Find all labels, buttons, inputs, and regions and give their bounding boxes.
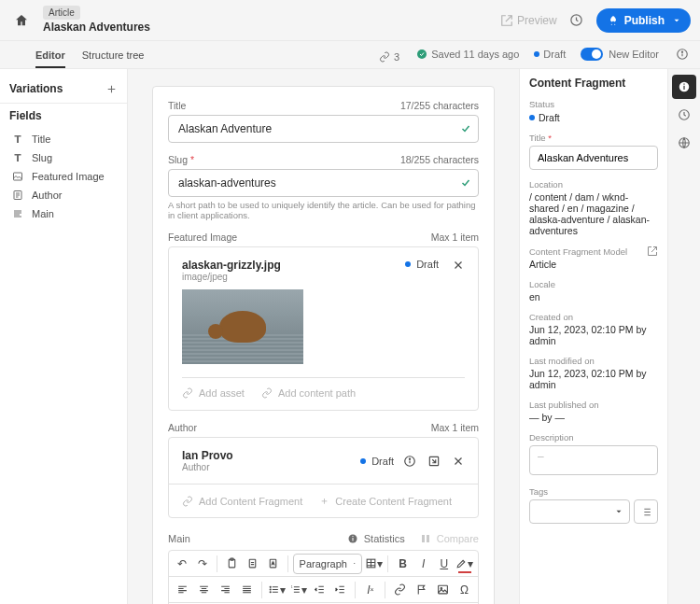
align-center-button[interactable]	[194, 580, 214, 600]
title-input[interactable]	[168, 115, 479, 143]
paragraph-format-select[interactable]: Paragraph	[293, 554, 363, 574]
outdent-button[interactable]	[310, 580, 329, 600]
align-left-button[interactable]	[173, 580, 192, 600]
open-model-button[interactable]	[647, 246, 658, 257]
new-editor-toggle[interactable]	[581, 48, 603, 61]
save-status: Saved 11 days ago Draft New Editor	[416, 46, 691, 68]
author-info-button[interactable]	[403, 455, 416, 468]
status-dot	[529, 115, 535, 120]
author-open-button[interactable]	[427, 455, 441, 468]
publish-button[interactable]: Publish	[596, 8, 691, 33]
variations-label: Variations	[9, 82, 63, 95]
slug-input[interactable]	[168, 169, 479, 197]
references-button[interactable]: 3	[379, 51, 399, 68]
add-asset-button[interactable]: Add asset	[182, 387, 245, 399]
home-button[interactable]	[7, 7, 35, 35]
undo-button[interactable]: ↶	[173, 554, 191, 574]
asset-mimetype: image/jpeg	[182, 272, 405, 282]
text-color-button[interactable]: ▾	[455, 554, 474, 574]
statistics-button[interactable]: Statistics	[347, 533, 405, 544]
rail-history-button[interactable]	[672, 103, 696, 127]
bullet-list-button[interactable]: ▾	[267, 580, 287, 600]
tags-select[interactable]	[529, 499, 630, 524]
asset-thumbnail[interactable]	[182, 289, 303, 364]
remove-asset-button[interactable]	[452, 259, 465, 272]
number-list-button[interactable]: 1▾	[288, 580, 308, 600]
table-button[interactable]: ▾	[364, 554, 383, 574]
preview-button[interactable]: Preview	[500, 14, 557, 27]
field-nav-featured-image[interactable]: Featured Image	[0, 167, 127, 186]
paste-word-button[interactable]	[263, 554, 282, 574]
link-button[interactable]	[390, 580, 410, 600]
info-icon	[678, 80, 691, 93]
char-counter: 17/255 characters	[400, 100, 479, 111]
chevron-down-icon	[614, 507, 623, 516]
properties-heading: Content Fragment	[529, 77, 658, 90]
tab-row: Editor Structure tree 3 Saved 11 days ag…	[0, 41, 700, 69]
svg-rect-27	[683, 84, 684, 85]
tab-editor[interactable]: Editor	[35, 49, 65, 68]
link-icon	[182, 387, 193, 399]
underline-button[interactable]: U	[435, 554, 454, 574]
redo-button[interactable]: ↷	[193, 554, 212, 574]
align-left-icon	[176, 583, 189, 596]
prop-value-created: Jun 12, 2023, 02:10 PM by admin	[529, 324, 658, 346]
create-content-fragment-button[interactable]: ＋ Create Content Fragment	[319, 494, 452, 508]
align-right-button[interactable]	[216, 580, 235, 600]
paste-button[interactable]	[222, 554, 241, 574]
paragraph-icon	[11, 208, 24, 219]
field-nav-label: Main	[32, 208, 54, 219]
anchor-button[interactable]	[412, 580, 431, 600]
preview-label: Preview	[517, 14, 557, 27]
add-variation-button[interactable]	[105, 83, 118, 95]
chevron-down-icon	[672, 16, 681, 25]
prop-input-description[interactable]: —	[529, 445, 658, 475]
field-nav-author[interactable]: Author	[0, 186, 127, 204]
author-remove-button[interactable]	[452, 455, 465, 468]
svg-point-7	[409, 458, 410, 459]
field-author: Author Max 1 item Ian Provo Author Draft	[168, 422, 479, 518]
prop-value-modified: Jun 12, 2023, 02:10 PM by admin	[529, 368, 658, 390]
asset-status: Draft	[416, 259, 439, 270]
bold-button[interactable]: B	[393, 554, 412, 574]
align-right-icon	[219, 583, 231, 596]
author-status: Draft	[371, 456, 394, 467]
tab-structure-tree[interactable]: Structure tree	[82, 49, 145, 68]
field-nav-slug[interactable]: Slug	[0, 148, 127, 167]
rail-languages-button[interactable]	[672, 131, 696, 155]
check-circle-icon	[416, 49, 427, 60]
ghost-label: Create Content Fragment	[335, 496, 452, 507]
rte-toolbar: ↶ ↷ Paragraph ▾ B I	[169, 551, 478, 604]
content-type-pill: Article	[43, 6, 80, 20]
field-nav-label: Slug	[32, 152, 52, 163]
field-nav-main[interactable]: Main	[0, 204, 127, 223]
paste-text-button[interactable]	[243, 554, 261, 574]
insert-asset-button[interactable]	[433, 580, 453, 600]
prop-input-title[interactable]	[529, 146, 658, 170]
field-nav-title[interactable]: Title	[0, 130, 127, 148]
info-button[interactable]	[674, 46, 691, 63]
align-center-icon	[198, 583, 210, 596]
tags-browse-button[interactable]	[634, 499, 658, 524]
right-rail	[667, 69, 700, 604]
add-content-path-button[interactable]: Add content path	[261, 387, 356, 399]
field-label: Featured Image	[168, 232, 237, 243]
top-actions: Preview Publish	[500, 8, 691, 33]
italic-button[interactable]: I	[414, 554, 433, 574]
add-content-fragment-button[interactable]: Add Content Fragment	[182, 494, 302, 508]
rocket-icon	[608, 15, 619, 26]
status-label: Draft	[543, 49, 566, 60]
clock-icon	[678, 108, 691, 121]
align-justify-button[interactable]	[237, 580, 257, 600]
special-char-button[interactable]: Ω	[455, 580, 474, 600]
rail-properties-button[interactable]	[672, 75, 696, 99]
publish-label: Publish	[624, 14, 665, 27]
svg-point-21	[270, 592, 271, 593]
prop-label-description: Description	[529, 432, 658, 442]
svg-point-20	[270, 589, 271, 590]
align-justify-icon	[241, 583, 253, 596]
history-button[interactable]	[567, 10, 587, 31]
clear-format-button[interactable]: I×	[360, 580, 380, 600]
indent-button[interactable]	[331, 580, 351, 600]
image-icon	[11, 171, 24, 182]
